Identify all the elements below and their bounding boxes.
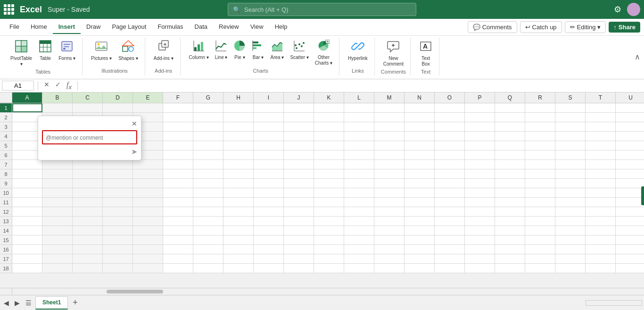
- cell-T6[interactable]: [586, 151, 616, 159]
- cell-S6[interactable]: [555, 151, 586, 159]
- cell-R6[interactable]: [525, 151, 555, 159]
- col-header-C[interactable]: C: [73, 92, 103, 103]
- cell-Q15[interactable]: [495, 235, 525, 244]
- cell-Q16[interactable]: [495, 245, 525, 254]
- cell-T13[interactable]: [586, 217, 616, 226]
- cell-H14[interactable]: [223, 226, 254, 235]
- cell-A9[interactable]: [12, 179, 42, 188]
- cell-H4[interactable]: [223, 132, 254, 141]
- cell-M7[interactable]: [374, 160, 405, 169]
- cell-U1[interactable]: [616, 103, 644, 112]
- row-header-11[interactable]: 11: [0, 198, 12, 207]
- cell-H18[interactable]: [223, 264, 254, 273]
- cell-Q6[interactable]: [495, 151, 525, 159]
- cell-T18[interactable]: [586, 264, 616, 273]
- area-chart-button[interactable]: Area ▾: [267, 38, 287, 62]
- cell-R13[interactable]: [525, 217, 555, 226]
- cell-P3[interactable]: [465, 122, 495, 131]
- cell-P18[interactable]: [465, 264, 495, 273]
- cell-I9[interactable]: [254, 179, 284, 188]
- cell-D10[interactable]: [103, 188, 133, 197]
- cell-N18[interactable]: [405, 264, 435, 273]
- cell-J17[interactable]: [284, 254, 314, 263]
- cell-G4[interactable]: [193, 132, 223, 141]
- cell-L10[interactable]: [344, 188, 374, 197]
- cell-P11[interactable]: [465, 198, 495, 207]
- cell-P1[interactable]: [465, 103, 495, 112]
- cell-R7[interactable]: [525, 160, 555, 169]
- cell-Q9[interactable]: [495, 179, 525, 188]
- cell-H13[interactable]: [223, 217, 254, 226]
- cell-I7[interactable]: [254, 160, 284, 169]
- ribbon-collapse-button[interactable]: ∧: [635, 38, 640, 75]
- cell-S3[interactable]: [555, 122, 586, 131]
- cell-I13[interactable]: [254, 217, 284, 226]
- cell-I16[interactable]: [254, 245, 284, 254]
- cell-G17[interactable]: [193, 254, 223, 263]
- cell-L12[interactable]: [344, 207, 374, 216]
- row-header-9[interactable]: 9: [0, 179, 12, 188]
- cell-C14[interactable]: [73, 226, 103, 235]
- row-header-12[interactable]: 12: [0, 207, 12, 216]
- row-header-10[interactable]: 10: [0, 188, 12, 197]
- cell-R9[interactable]: [525, 179, 555, 188]
- cell-N2[interactable]: [405, 113, 435, 122]
- cell-U8[interactable]: [616, 169, 644, 178]
- cell-D18[interactable]: [103, 264, 133, 273]
- cell-F3[interactable]: [163, 122, 193, 131]
- cell-D9[interactable]: [103, 179, 133, 188]
- share-button[interactable]: ↑ Share: [609, 22, 640, 33]
- row-header-8[interactable]: 8: [0, 169, 12, 178]
- prev-sheet-button[interactable]: ◀: [2, 298, 11, 308]
- cell-C12[interactable]: [73, 207, 103, 216]
- row-header-6[interactable]: 6: [0, 151, 12, 159]
- cell-H2[interactable]: [223, 113, 254, 122]
- col-header-T[interactable]: T: [586, 92, 616, 103]
- cell-L18[interactable]: [344, 264, 374, 273]
- cell-H16[interactable]: [223, 245, 254, 254]
- cell-B12[interactable]: [42, 207, 73, 216]
- row-header-17[interactable]: 17: [0, 254, 12, 263]
- cell-G9[interactable]: [193, 179, 223, 188]
- cell-O1[interactable]: [435, 103, 465, 112]
- cell-E15[interactable]: [133, 235, 163, 244]
- cell-S10[interactable]: [555, 188, 586, 197]
- cell-J9[interactable]: [284, 179, 314, 188]
- cell-F14[interactable]: [163, 226, 193, 235]
- cell-B15[interactable]: [42, 235, 73, 244]
- cell-I5[interactable]: [254, 141, 284, 150]
- cell-B18[interactable]: [42, 264, 73, 273]
- cell-R14[interactable]: [525, 226, 555, 235]
- cell-N14[interactable]: [405, 226, 435, 235]
- col-header-L[interactable]: L: [344, 92, 374, 103]
- cell-P15[interactable]: [465, 235, 495, 244]
- cell-M10[interactable]: [374, 188, 405, 197]
- row-header-15[interactable]: 15: [0, 235, 12, 244]
- text-box-button[interactable]: A TextBox: [416, 38, 435, 69]
- cell-K6[interactable]: [314, 151, 344, 159]
- cell-U11[interactable]: [616, 198, 644, 207]
- cell-K2[interactable]: [314, 113, 344, 122]
- col-header-M[interactable]: M: [374, 92, 405, 103]
- cell-L3[interactable]: [344, 122, 374, 131]
- search-bar[interactable]: 🔍 Search (Alt + Q): [228, 3, 416, 16]
- cell-I8[interactable]: [254, 169, 284, 178]
- cell-L16[interactable]: [344, 245, 374, 254]
- sheet-tab-sheet1[interactable]: Sheet1: [35, 296, 68, 310]
- cell-B10[interactable]: [42, 188, 73, 197]
- cell-T16[interactable]: [586, 245, 616, 254]
- cell-G6[interactable]: [193, 151, 223, 159]
- cell-L11[interactable]: [344, 198, 374, 207]
- cell-E8[interactable]: [133, 169, 163, 178]
- cell-P5[interactable]: [465, 141, 495, 150]
- cell-L1[interactable]: [344, 103, 374, 112]
- cell-O3[interactable]: [435, 122, 465, 131]
- cell-U17[interactable]: [616, 254, 644, 263]
- col-header-I[interactable]: I: [254, 92, 284, 103]
- cell-L4[interactable]: [344, 132, 374, 141]
- cell-O2[interactable]: [435, 113, 465, 122]
- cell-O5[interactable]: [435, 141, 465, 150]
- cell-L9[interactable]: [344, 179, 374, 188]
- cell-O12[interactable]: [435, 207, 465, 216]
- cell-Q2[interactable]: [495, 113, 525, 122]
